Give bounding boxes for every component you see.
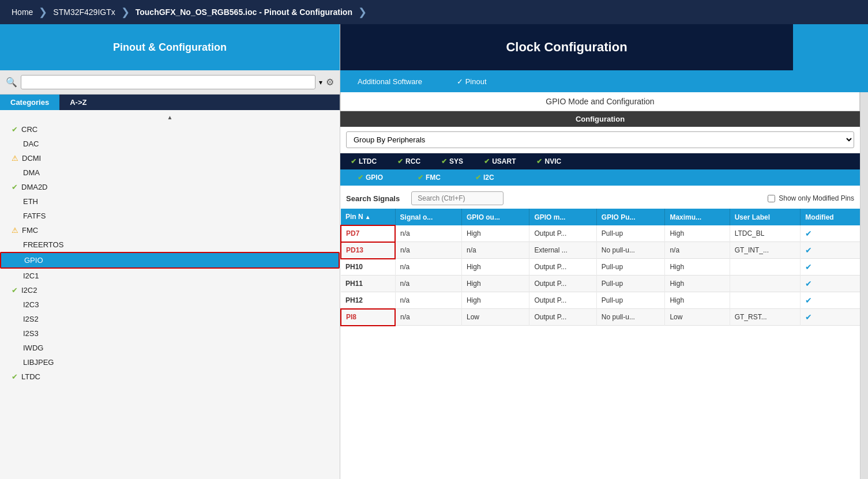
peri-tab2-gpio[interactable]: ✔GPIO <box>340 169 400 186</box>
table-cell-1-2: n/a <box>461 242 529 259</box>
sidebar-item-freertos[interactable]: FREERTOS <box>0 237 340 252</box>
peri-tab-nvic[interactable]: ✔NVIC <box>526 153 572 169</box>
table-row[interactable]: PH12n/aHighOutput P...Pull-upHigh✔ <box>341 292 860 309</box>
list-item-label: LIBJPEG <box>23 358 54 367</box>
list-item-label: I2S2 <box>23 315 39 323</box>
peri-tab-sys[interactable]: ✔SYS <box>431 153 474 169</box>
table-cell-3-2: High <box>461 276 529 292</box>
right-header-main: Clock Configuration <box>340 24 793 70</box>
table-cell-2-5: High <box>665 259 730 276</box>
list-item-label: LTDC <box>21 372 40 381</box>
col-label: GPIO Pu... <box>602 213 636 221</box>
table-col-1[interactable]: Signal o... <box>395 209 461 225</box>
vertical-scrollbar[interactable] <box>860 92 868 479</box>
peri-tab-rcc[interactable]: ✔RCC <box>387 153 431 169</box>
sidebar-item-eth[interactable]: ETH <box>0 194 340 209</box>
peri-tab-label: SYS <box>449 157 463 165</box>
check-icon: ✔ <box>12 286 18 295</box>
breadcrumb-mcu[interactable]: STM32F429IGTx <box>48 7 119 17</box>
sidebar-item-dma2d[interactable]: ✔DMA2D <box>0 180 340 194</box>
search-input[interactable] <box>21 75 315 89</box>
table-cell-1-4: No pull-u... <box>596 242 665 259</box>
table-row[interactable]: PD7n/aHighOutput P...Pull-upHighLTDC_BL✔ <box>341 225 860 242</box>
table-col-6[interactable]: User Label <box>730 209 801 225</box>
table-col-3[interactable]: GPIO m... <box>529 209 596 225</box>
table-col-0[interactable]: Pin N▲ <box>341 209 395 225</box>
table-cell-3-5: High <box>665 276 730 292</box>
sidebar-item-dcmi[interactable]: ⚠DCMI <box>0 151 340 165</box>
table-cell-2-2: High <box>461 259 529 276</box>
sidebar-item-iwdg[interactable]: IWDG <box>0 341 340 355</box>
sidebar-item-ltdc[interactable]: ✔LTDC <box>0 369 340 384</box>
check-icon: ✔ <box>12 372 18 381</box>
table-row[interactable]: PI8n/aLowOutput P...No pull-u...LowGT_RS… <box>341 309 860 326</box>
gear-icon[interactable]: ⚙ <box>326 77 334 88</box>
peri-check-icon: ✔ <box>484 157 490 165</box>
peri-tab2-fmc[interactable]: ✔FMC <box>400 169 458 186</box>
sidebar-item-gpio[interactable]: GPIO <box>0 252 340 269</box>
breadcrumb-home[interactable]: Home <box>7 7 37 17</box>
show-modified-row: Show only Modified Pins <box>768 194 854 202</box>
table-container: Pin N▲Signal o...GPIO ou...GPIO m...GPIO… <box>340 209 860 479</box>
peri-tab-ltdc[interactable]: ✔LTDC <box>340 153 387 169</box>
show-modified-checkbox[interactable] <box>768 195 775 202</box>
peri-tab-label: USART <box>492 157 516 165</box>
table-cell-2-7: ✔ <box>801 259 860 276</box>
tab-categories[interactable]: Categories <box>0 95 59 110</box>
table-cell-0-0: PD7 <box>341 225 395 242</box>
table-row[interactable]: PH10n/aHighOutput P...Pull-upHigh✔ <box>341 259 860 276</box>
sidebar-item-fmc[interactable]: ⚠FMC <box>0 223 340 237</box>
table-col-7[interactable]: Modified <box>801 209 860 225</box>
breadcrumb-bar: Home ❯ STM32F429IGTx ❯ TouchGFX_No_OS_RG… <box>0 0 868 24</box>
table-col-2[interactable]: GPIO ou... <box>461 209 529 225</box>
search-signals-input[interactable] <box>411 191 503 205</box>
group-by-row: Group By Peripherals <box>340 127 860 153</box>
table-col-4[interactable]: GPIO Pu... <box>596 209 665 225</box>
table-cell-4-1: n/a <box>395 292 461 309</box>
peri-tab2-i2c[interactable]: ✔I2C <box>458 169 512 186</box>
sidebar-item-libjpeg[interactable]: LIBJPEG <box>0 355 340 369</box>
right-sub-header: Additional Software ✓ Pinout <box>340 70 868 92</box>
sidebar-item-dma[interactable]: DMA <box>0 165 340 180</box>
breadcrumb-arrow-3: ❯ <box>358 6 367 18</box>
table-row[interactable]: PH11n/aHighOutput P...Pull-upHigh✔ <box>341 276 860 292</box>
table-cell-0-2: High <box>461 225 529 242</box>
show-modified-label: Show only Modified Pins <box>779 194 854 202</box>
gpio-mode-label: GPIO Mode and Configuration <box>546 97 654 106</box>
sidebar-item-i2c1[interactable]: I2C1 <box>0 269 340 283</box>
group-by-select[interactable]: Group By Peripherals <box>346 131 854 148</box>
scroll-up-arrow[interactable]: ▲ <box>0 112 340 122</box>
peri-tab-label: I2C <box>483 174 494 182</box>
left-panel: Pinout & Configuration 🔍 ▾ ⚙ Categories … <box>0 24 340 479</box>
sidebar-item-i2c2[interactable]: ✔I2C2 <box>0 283 340 297</box>
left-panel-title: Pinout & Configuration <box>113 42 227 54</box>
sidebar-item-i2s3[interactable]: I2S3 <box>0 326 340 341</box>
list-item-label: I2C3 <box>23 300 39 309</box>
table-cell-3-3: Output P... <box>529 276 596 292</box>
sort-arrow-icon: ▲ <box>365 214 371 220</box>
tab-az[interactable]: A->Z <box>59 95 97 110</box>
table-cell-3-1: n/a <box>395 276 461 292</box>
sidebar-item-i2c3[interactable]: I2C3 <box>0 297 340 312</box>
sub-tab-additional-software[interactable]: Additional Software <box>340 77 439 86</box>
peri-tab-label: NVIC <box>544 157 561 165</box>
sidebar-item-crc[interactable]: ✔CRC <box>0 122 340 137</box>
sidebar-item-dac[interactable]: DAC <box>0 137 340 151</box>
table-col-5[interactable]: Maximu... <box>665 209 730 225</box>
gpio-mode-bar: GPIO Mode and Configuration <box>340 92 860 111</box>
table-cell-3-4: Pull-up <box>596 276 665 292</box>
search-dropdown-icon[interactable]: ▾ <box>319 78 322 86</box>
table-cell-5-3: Output P... <box>529 309 596 326</box>
peri-tab-usart[interactable]: ✔USART <box>474 153 526 169</box>
sidebar-item-fatfs[interactable]: FATFS <box>0 209 340 223</box>
sub-tab-pinout[interactable]: ✓ Pinout <box>439 77 503 86</box>
table-cell-0-3: Output P... <box>529 225 596 242</box>
table-cell-5-7: ✔ <box>801 309 860 326</box>
col-label: Signal o... <box>400 213 433 221</box>
table-row[interactable]: PD13n/an/aExternal ...No pull-u...n/aGT_… <box>341 242 860 259</box>
table-cell-0-6: LTDC_BL <box>730 225 801 242</box>
list-item-label: ETH <box>23 197 38 206</box>
sidebar-item-i2s2[interactable]: I2S2 <box>0 312 340 326</box>
list-item-label: DMA2D <box>21 183 48 191</box>
table-cell-3-6 <box>730 276 801 292</box>
